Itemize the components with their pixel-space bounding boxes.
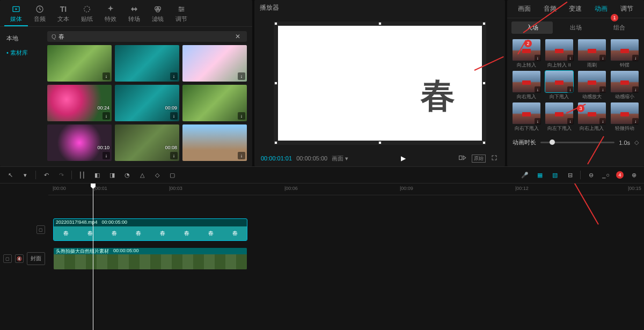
media-tab-effect[interactable]: 特效 [99,2,122,26]
cover-button[interactable]: 封面 [27,252,45,265]
anim-item[interactable]: ↓雨刷 [577,39,608,69]
inspector-subtab-1[interactable]: 出场 [555,21,596,34]
download-icon[interactable]: ↓ [599,55,606,61]
media-thumb[interactable]: 00:24↓ [47,85,112,121]
inspector-tab-4[interactable]: 调节 [618,3,635,14]
download-icon[interactable]: ↓ [535,86,541,93]
search-input[interactable] [58,33,233,40]
media-thumb[interactable]: ↓ [115,45,179,82]
mic-icon[interactable]: 🎤 [520,170,530,180]
download-icon[interactable]: ↓ [632,86,639,93]
duration-slider[interactable] [540,142,614,143]
anim-item[interactable]: ↓向右甩入 [511,71,542,100]
link-icon[interactable]: ▧ [550,170,560,180]
media-thumb[interactable]: 00:10↓ [47,124,112,161]
media-thumb[interactable]: ↓ [182,45,247,82]
tab-label: 贴纸 [81,15,93,23]
crop-icon[interactable]: ▢ [167,170,177,180]
chevron-down-icon[interactable]: ▾ [20,170,30,180]
download-icon[interactable]: ↓ [103,72,110,80]
mirror-icon[interactable]: ◇ [152,170,162,180]
undo-icon[interactable]: ↶ [41,170,51,180]
reverse-icon[interactable]: △ [137,170,147,180]
media-thumb[interactable]: ↓ [182,124,247,161]
search-bar[interactable]: Q ✕ [47,31,247,42]
tab-label: 音频 [34,15,46,23]
media-tab-text[interactable]: TI 文本 [52,2,75,26]
anim-item[interactable]: ↓向上转入 II [544,39,575,69]
download-icon[interactable]: ↓ [567,55,574,61]
anim-item[interactable]: ↓向右下甩入 [511,102,542,132]
track-lock-icon[interactable]: ▢ [3,254,12,263]
playhead[interactable] [93,184,93,330]
download-icon[interactable]: ↓ [599,86,606,93]
inspector-tab-1[interactable]: 音频 [541,3,559,14]
preview-canvas[interactable]: 春 [278,26,482,141]
clip-video[interactable]: 20220317!948.mp4 00:00:05:00 春春春春春春春春 [54,219,247,240]
redo-icon[interactable]: ↷ [56,170,66,180]
svg-marker-1 [16,8,18,10]
ratio-select[interactable]: 画面 ▾ [332,155,348,163]
download-icon[interactable]: ↓ [170,152,178,159]
track-lock-icon[interactable]: ▢ [36,225,45,234]
sidebar-item-local[interactable]: 本地 [0,31,42,46]
download-icon[interactable]: ↓ [599,118,606,124]
zoom-in-icon[interactable]: ⊕ [629,170,639,180]
anim-item[interactable]: ↓向左下甩入 [544,102,575,132]
media-tab-sticker[interactable]: 贴纸 [75,2,99,26]
download-icon[interactable]: ↓ [632,55,639,61]
align-icon[interactable]: ⊟ [565,170,575,180]
duration-stepper[interactable]: ◇ [634,139,639,146]
anim-item[interactable]: ↓轻微抖动 [609,102,640,132]
original-icon[interactable]: 原始 [472,155,486,163]
inspector-subtab-2[interactable]: 组合 [598,21,640,34]
clip-main[interactable]: 头孢拍摄大自然组片素材 00:00:05:00 [54,248,247,269]
anim-item[interactable]: ↓向下甩入 [544,71,575,100]
download-icon[interactable]: ↓ [238,152,245,159]
download-icon[interactable]: ↓ [567,86,574,93]
trim-left-icon[interactable]: ◧ [92,170,102,180]
media-tab-audio[interactable]: 音频 [28,2,52,26]
split-icon[interactable]: ⎮⎮ [77,170,87,180]
download-icon[interactable]: ↓ [535,55,541,61]
inspector-subtab-0[interactable]: 入场 [511,21,553,34]
compare-icon[interactable] [458,153,467,163]
anim-item[interactable]: ↓钟摆 [609,39,640,69]
zoom-out-icon[interactable]: ⊖ [586,170,596,180]
media-tab-filter[interactable]: 滤镜 [146,2,170,26]
media-tab-media[interactable]: 媒体 [4,2,28,26]
magnet-icon[interactable]: ▦ [535,170,545,180]
media-thumb[interactable]: ↓ [182,85,247,121]
download-icon[interactable]: ↓ [535,118,541,124]
trim-right-icon[interactable]: ◨ [107,170,117,180]
download-icon[interactable]: ↓ [238,112,245,120]
clear-icon[interactable]: ✕ [233,33,243,40]
download-icon[interactable]: ↓ [170,112,178,120]
download-icon[interactable]: ↓ [170,72,178,80]
media-thumb[interactable]: 00:09↓ [115,85,179,121]
pointer-icon[interactable]: ↖ [5,170,15,180]
media-tab-adjust[interactable]: 调节 [170,2,193,26]
fullscreen-icon[interactable] [490,153,499,163]
timeline[interactable]: |00:00|00:01|00:03|00:06|00:09|00:12|00:… [0,184,644,330]
track-mute-icon[interactable]: 🔇 [15,254,24,263]
sidebar-item-library[interactable]: • 素材库 [0,46,42,60]
download-icon[interactable]: ↓ [238,72,245,80]
media-thumb[interactable]: ↓ [47,45,112,82]
download-icon[interactable]: ↓ [567,118,574,124]
inspector-tab-2[interactable]: 变速 [567,3,584,14]
preview-stage[interactable]: 春 [254,16,505,150]
zoom-slider-icon[interactable]: ⎯○ [601,170,611,180]
download-icon[interactable]: ↓ [103,112,110,120]
download-icon[interactable]: ↓ [103,152,110,159]
speed-icon[interactable]: ◔ [122,170,132,180]
media-tab-transition[interactable]: 转场 [122,2,146,26]
inspector-tab-0[interactable]: 画面 [516,3,533,14]
anim-item[interactable]: ↓动感放大 [577,71,608,100]
inspector-tab-3[interactable]: 动画 [592,3,610,14]
media-thumb[interactable]: 00:08↓ [115,124,179,161]
anim-item[interactable]: ↓动感缩小 [609,71,640,100]
download-icon[interactable]: ↓ [632,118,639,124]
timeline-ruler[interactable]: |00:00|00:01|00:03|00:06|00:09|00:12|00:… [48,184,644,195]
play-icon[interactable]: ▶ [401,155,406,162]
